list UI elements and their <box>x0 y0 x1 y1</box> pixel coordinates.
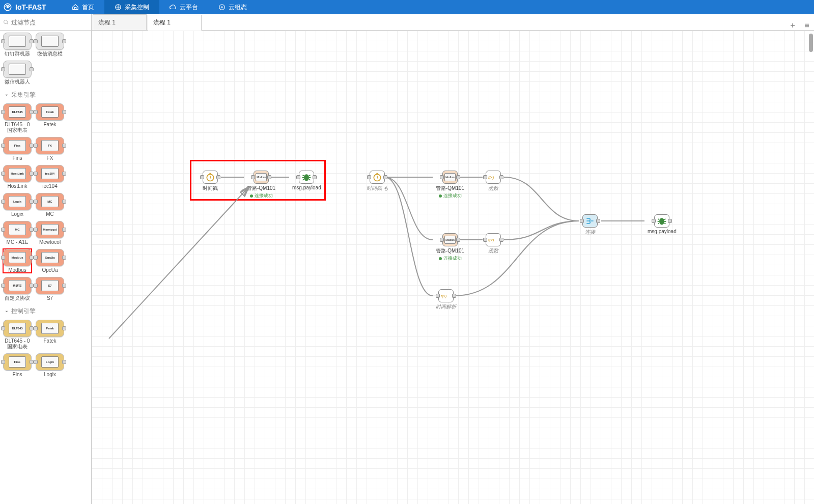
port-in[interactable] <box>483 175 487 179</box>
palette-node-MC - A1E[interactable]: MC MC - A1E <box>3 221 32 245</box>
port-out[interactable] <box>456 238 460 242</box>
plus-icon <box>790 22 796 29</box>
palette-category-label: 采集引擎 <box>11 91 36 99</box>
home-icon <box>72 4 79 11</box>
tab-add-button[interactable] <box>785 22 800 30</box>
palette-node-FX[interactable]: FX FX <box>36 137 64 161</box>
palette-node-label: iec104 <box>42 183 57 189</box>
flow-node-m2[interactable]: Modbus 管路-QM101连接成功 <box>436 171 464 199</box>
palette-node-label: Logix <box>44 372 56 377</box>
palette-node-label: Modbus <box>8 267 26 273</box>
palette-node-HostLink[interactable]: HostLink HostLink <box>3 165 32 189</box>
flow-node-f1[interactable]: f(x) 函数 <box>486 171 501 192</box>
palette-node-DLT645 - 0国家电表[interactable]: DLT645 DLT645 - 0国家电表 <box>3 103 32 133</box>
palette-node-DLT645 - 0国家电表[interactable]: DLT645 DLT645 - 0国家电表 <box>3 320 32 349</box>
palette-node-label: Logix <box>11 211 23 217</box>
clock-icon <box>372 172 382 182</box>
palette-node-label: DLT645 - 0国家电表 <box>3 338 32 349</box>
flow-node-f2[interactable]: f(x) 函数 <box>486 233 501 255</box>
palette-node-自定义协议[interactable]: 自定义 自定义协议 <box>3 277 32 301</box>
palette-node-label: Fins <box>13 155 22 161</box>
palette-node-label: S7 <box>47 295 53 301</box>
palette-node-微信消息模[interactable]: 微信消息模 <box>36 33 64 57</box>
brand-label: IoT-FAST <box>15 3 46 11</box>
palette-node-S7[interactable]: S7 S7 <box>36 277 64 301</box>
flow-node-name: 管路-QM101 <box>436 247 464 255</box>
palette-category-控制引擎[interactable]: 控制引擎 <box>0 303 91 318</box>
port-out[interactable] <box>383 175 387 179</box>
palette-node-label: 自定义协议 <box>5 295 30 301</box>
port-in[interactable] <box>440 175 444 179</box>
palette-category-label: 控制引擎 <box>11 307 36 316</box>
search-input[interactable] <box>11 19 88 26</box>
flow-node-name: 时间戳 も <box>367 185 388 192</box>
port-in[interactable] <box>436 294 440 298</box>
palette-node-label: MC - A1E <box>7 239 29 245</box>
join-icon <box>585 216 595 226</box>
palette-node-label: Fatek <box>43 338 56 344</box>
port-in[interactable] <box>652 219 656 223</box>
palette-category-采集引擎[interactable]: 采集引擎 <box>0 87 91 101</box>
port-out[interactable] <box>596 219 600 223</box>
svg-text:f(x): f(x) <box>441 294 447 298</box>
port-in[interactable] <box>580 219 584 223</box>
nav-item-1[interactable]: 采集控制 <box>104 0 159 14</box>
flow-node-name: msg.payload <box>648 229 677 234</box>
flow-node-name: 函数 <box>488 185 498 192</box>
canvas-scroll-thumb[interactable] <box>809 34 813 52</box>
port-out[interactable] <box>456 175 460 179</box>
palette-node-Mewtocol[interactable]: Mewtocol Mewtocol <box>36 221 64 245</box>
palette-node-label: Mewtocol <box>39 239 61 245</box>
modbus-chip-icon: Modbus <box>444 236 456 244</box>
app-logo: IoT-FAST <box>3 3 62 12</box>
main-area: 流程 1流程 1 时间戳 Modbus 管路-QM101连接成功 msg.pay… <box>92 14 814 504</box>
flow-node-name: 管路-QM101 <box>436 185 464 192</box>
palette-node-Fins[interactable]: Fins Fins <box>3 353 32 377</box>
port-in[interactable] <box>440 238 444 242</box>
palette-node-钉钉群机器[interactable]: 钉钉群机器 <box>3 33 32 57</box>
palette-node-Fins[interactable]: Fins Fins <box>3 137 32 161</box>
flow-node-f3[interactable]: f(x) 时间解析 <box>436 289 456 311</box>
nav-item-0[interactable]: 首页 <box>62 0 104 14</box>
chevron-down-icon <box>4 93 9 98</box>
annotation-arrow <box>92 31 814 504</box>
flow-canvas[interactable]: 时间戳 Modbus 管路-QM101连接成功 msg.payload 时间戳 … <box>92 31 814 504</box>
flow-node-j1[interactable]: 连接 <box>582 214 598 236</box>
palette-node-Modbus[interactable]: Modbus Modbus <box>3 249 32 273</box>
port-out[interactable] <box>499 175 503 179</box>
port-out[interactable] <box>499 238 503 242</box>
chevron-down-icon <box>4 309 9 314</box>
sidebar-search <box>0 14 91 31</box>
flow-node-status: 连接成功 <box>439 255 462 262</box>
palette[interactable]: 钉钉群机器 微信消息模 微信机器人 采集引擎 DLT645 DLT645 - 0… <box>0 31 91 504</box>
svg-point-4 <box>4 20 8 23</box>
tab-0[interactable]: 流程 1 <box>93 14 147 30</box>
nav-item-3[interactable]: 云组态 <box>208 0 257 14</box>
nav-label: 首页 <box>82 3 94 12</box>
tab-menu-button[interactable] <box>800 22 814 30</box>
port-in[interactable] <box>367 175 371 179</box>
port-out[interactable] <box>452 294 456 298</box>
flow-node-m3[interactable]: Modbus 管路-QM101连接成功 <box>436 233 464 262</box>
palette-node-label: OpcUa <box>42 267 58 273</box>
palette-node-微信机器人[interactable]: 微信机器人 <box>3 61 32 85</box>
palette-node-Logix[interactable]: Logix Logix <box>36 353 64 377</box>
palette-node-Logix[interactable]: Logix Logix <box>3 193 32 217</box>
nav-item-2[interactable]: 云平台 <box>159 0 208 14</box>
port-in[interactable] <box>483 238 487 242</box>
palette-node-OpcUa[interactable]: OpcUa OpcUa <box>36 249 64 273</box>
port-out[interactable] <box>668 219 672 223</box>
function-icon: f(x) <box>488 173 499 182</box>
function-icon: f(x) <box>440 291 452 300</box>
menu-down-icon <box>804 22 810 29</box>
flow-node-name: 函数 <box>488 247 498 255</box>
palette-node-MC[interactable]: MC MC <box>36 193 64 217</box>
flow-node-d2[interactable]: msg.payload <box>648 214 677 234</box>
topbar: IoT-FAST 首页采集控制云平台云组态 <box>0 0 814 14</box>
palette-node-Fatek[interactable]: Fatek Fatek <box>36 320 64 349</box>
flow-node-t2[interactable]: 时间戳 も <box>367 171 388 192</box>
scada-icon <box>218 4 226 11</box>
palette-node-iec104[interactable]: iec104 iec104 <box>36 165 64 189</box>
tab-1[interactable]: 流程 1 <box>148 15 202 31</box>
palette-node-Fatek[interactable]: Fatek Fatek <box>36 103 64 133</box>
